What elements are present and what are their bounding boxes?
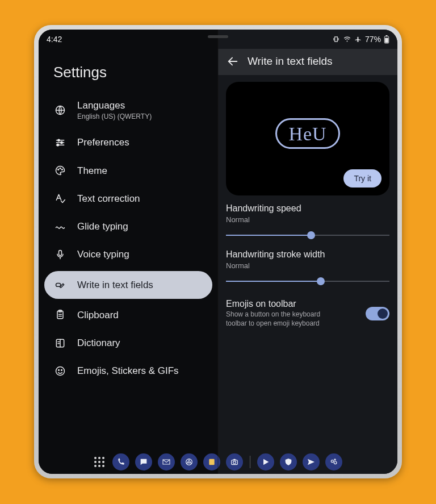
taskbar-divider xyxy=(250,456,250,468)
pen-field-icon xyxy=(53,279,67,290)
settings-item-label: Dictionary xyxy=(77,337,120,349)
settings-item-emojis-stickers-gifs[interactable]: Emojis, Stickers & GIFs xyxy=(39,357,218,385)
setting-title: Handwriting stroke width xyxy=(226,249,389,260)
settings-list: LanguagesEnglish (US) (QWERTY)Preference… xyxy=(39,89,218,385)
handwriting-speed-setting[interactable]: Handwriting speed Normal xyxy=(226,203,389,241)
setting-title: Handwriting speed xyxy=(226,203,389,214)
app-shield-icon[interactable] xyxy=(280,453,297,470)
mic-icon xyxy=(53,249,67,260)
palette-icon xyxy=(53,165,67,176)
clipboard-icon xyxy=(53,309,67,320)
speed-slider[interactable] xyxy=(226,229,389,241)
app-phone-icon[interactable] xyxy=(112,453,129,470)
svg-point-26 xyxy=(334,459,335,460)
svg-point-5 xyxy=(58,139,60,141)
setting-value: Normal xyxy=(226,215,389,224)
svg-point-16 xyxy=(56,366,65,375)
app-play-icon[interactable] xyxy=(257,453,274,470)
svg-point-25 xyxy=(334,461,337,464)
settings-item-label: Clipboard xyxy=(77,309,119,321)
clock: 4:42 xyxy=(47,35,62,44)
settings-item-label: Preferences xyxy=(77,136,129,148)
setting-description: Show a button on the keyboard toolbar to… xyxy=(226,310,339,328)
svg-point-0 xyxy=(347,41,348,42)
svg-point-7 xyxy=(57,144,58,145)
wifi-icon xyxy=(343,35,351,43)
try-it-button[interactable]: Try it xyxy=(343,169,382,188)
battery-icon xyxy=(384,35,389,44)
svg-point-10 xyxy=(62,169,63,170)
settings-item-glide-typing[interactable]: Glide typing xyxy=(39,213,218,240)
settings-item-label: Voice typing xyxy=(77,248,129,260)
svg-rect-11 xyxy=(59,250,62,255)
toggle-switch[interactable] xyxy=(366,307,389,320)
settings-item-clipboard[interactable]: Clipboard xyxy=(39,301,218,329)
app-drawer-icon[interactable] xyxy=(94,457,104,467)
settings-item-label: Write in text fields xyxy=(77,279,153,291)
svg-rect-2 xyxy=(385,38,388,42)
battery-percent: 77% xyxy=(365,35,381,44)
settings-pane: Settings LanguagesEnglish (US) (QWERTY)P… xyxy=(39,30,218,474)
app-chrome-icon[interactable] xyxy=(181,453,198,470)
app-assistant-icon[interactable] xyxy=(325,453,342,470)
globe-icon xyxy=(53,105,67,116)
svg-point-9 xyxy=(60,168,61,169)
svg-point-6 xyxy=(61,141,62,143)
handwriting-sample: HeU xyxy=(275,118,339,149)
settings-item-label: Glide typing xyxy=(77,220,128,232)
detail-title: Write in text fields xyxy=(248,55,333,68)
squiggle-icon xyxy=(53,221,67,232)
stroke-width-setting[interactable]: Handwriting stroke width Normal xyxy=(226,249,389,288)
settings-item-languages[interactable]: LanguagesEnglish (US) (QWERTY) xyxy=(39,91,218,128)
setting-title: Emojis on toolbar xyxy=(226,299,339,309)
settings-item-label: Theme xyxy=(77,165,107,177)
device-frame: 4:42 77% Settings LanguagesEnglish xyxy=(34,25,402,478)
taskbar xyxy=(39,453,397,470)
handwriting-preview: HeU Try it xyxy=(226,82,389,195)
dictionary-icon xyxy=(53,338,67,349)
settings-item-voice-typing[interactable]: Voice typing xyxy=(39,240,218,268)
settings-item-subtitle: English (US) (QWERTY) xyxy=(77,113,152,120)
svg-point-18 xyxy=(61,369,62,370)
page-title: Settings xyxy=(39,49,218,89)
settings-item-label: Text correction xyxy=(77,193,140,205)
svg-point-8 xyxy=(58,169,59,170)
back-button[interactable] xyxy=(226,55,240,68)
settings-item-text-correction[interactable]: Text correction xyxy=(39,185,218,213)
svg-point-24 xyxy=(331,460,333,463)
sliders-icon xyxy=(53,137,67,148)
app-gmail-icon[interactable] xyxy=(158,453,175,470)
app-camera-icon[interactable] xyxy=(226,453,243,470)
settings-item-label: Languages xyxy=(77,99,152,111)
airplane-icon xyxy=(354,35,362,43)
status-bar: 4:42 77% xyxy=(39,30,397,49)
spellcheck-icon xyxy=(53,193,67,204)
svg-point-17 xyxy=(58,369,60,370)
app-chat-icon[interactable] xyxy=(135,453,152,470)
emoji-toolbar-setting[interactable]: Emojis on toolbar Show a button on the k… xyxy=(226,295,389,328)
hinge-notch xyxy=(208,35,228,38)
screen: 4:42 77% Settings LanguagesEnglish xyxy=(39,30,397,474)
settings-item-theme[interactable]: Theme xyxy=(39,157,218,185)
emoji-icon xyxy=(53,365,67,377)
svg-point-23 xyxy=(233,461,236,464)
stroke-slider[interactable] xyxy=(226,275,389,288)
vibrate-icon xyxy=(332,35,340,43)
svg-rect-12 xyxy=(56,284,61,287)
settings-item-label: Emojis, Stickers & GIFs xyxy=(77,365,179,377)
app-notes-icon[interactable] xyxy=(203,453,220,470)
detail-header: Write in text fields xyxy=(218,49,397,75)
app-send-icon[interactable] xyxy=(303,453,320,470)
svg-rect-3 xyxy=(386,35,388,36)
settings-item-dictionary[interactable]: Dictionary xyxy=(39,329,218,357)
svg-rect-21 xyxy=(209,459,214,465)
settings-item-write-in-text-fields[interactable]: Write in text fields xyxy=(44,271,212,299)
setting-value: Normal xyxy=(226,261,389,270)
detail-pane: Write in text fields HeU Try it Handwrit… xyxy=(218,30,397,474)
settings-item-preferences[interactable]: Preferences xyxy=(39,128,218,156)
